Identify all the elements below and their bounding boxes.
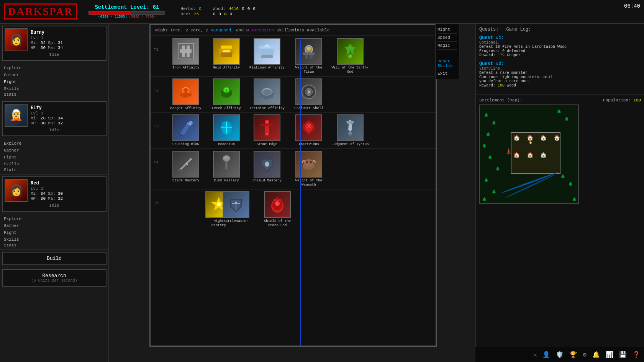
build-section[interactable]: Build: [2, 252, 107, 265]
svg-point-65: [310, 161, 312, 163]
map-building-6: 🏠: [527, 152, 533, 158]
skill-shield-stone-god[interactable]: Shield of the Stone-God: [258, 191, 297, 228]
tier4-left-skills: Blade Mastery Club Mastery: [167, 151, 286, 187]
icon-chart[interactable]: 📊: [606, 351, 613, 359]
research-sub: (6 units per second): [6, 279, 103, 283]
nav-fight-2[interactable]: Fight: [2, 154, 107, 161]
map-section: Settlement (map): Population: 100 🌲 🌲 🌲 …: [476, 95, 644, 207]
badger-affinity-name: Badger Affinity: [170, 106, 201, 111]
skill-tortoise-affinity[interactable]: Tortoise Affinity: [248, 78, 286, 111]
gold-affinity-icon: [213, 38, 240, 65]
skill-club-mastery[interactable]: Club Mastery: [208, 151, 245, 187]
skill-weight-mammoth[interactable]: Weight of the Mammoth: [290, 151, 328, 187]
svg-point-22: [223, 90, 226, 92]
skill-crushing-blow[interactable]: Crushing Blow: [167, 114, 205, 147]
char-level-red: Lvl 1: [31, 186, 63, 191]
battlemaster-icon: [223, 191, 249, 218]
icon-gear[interactable]: ⚙️: [583, 351, 587, 359]
icon-sword[interactable]: ⚔️: [533, 351, 537, 359]
svg-point-26: [263, 90, 271, 95]
speed-tab[interactable]: Speed: [438, 34, 457, 42]
nav-explore-1[interactable]: Explore: [2, 65, 107, 72]
skill-leech-affinity[interactable]: Leech Affinity: [208, 78, 245, 111]
judgment-tyrrus-name: Judgment of Tyrrus: [331, 142, 369, 147]
map-building-3: 🏠: [540, 135, 547, 141]
might-tab[interactable]: Might: [438, 26, 457, 34]
quest1-reward-type: Copper: [507, 53, 521, 57]
icon-help[interactable]: ❓: [633, 351, 640, 359]
ore-sub4: 0: [230, 12, 233, 16]
judgment-tyrrus-icon: [337, 114, 364, 141]
svg-point-36: [189, 121, 193, 125]
sidebar-spacer: [438, 50, 457, 57]
sp-val-burny: 31: [58, 41, 63, 45]
xp2-display: (3880 / 7000): [129, 15, 156, 19]
battlemaster-name: Battlemaster: [224, 219, 249, 223]
skill-shield-mastery[interactable]: Shield Mastery: [248, 151, 286, 187]
svg-rect-63: [312, 168, 315, 172]
char-level-burny: Lvl 1: [31, 36, 63, 40]
magic-tab[interactable]: Magic: [438, 42, 457, 50]
skill-impervious[interactable]: Impervious: [290, 114, 328, 147]
tier4-right-skills: Weight of the Mammoth: [290, 151, 328, 187]
nav-explore-3[interactable]: Explore: [2, 215, 107, 222]
research-section[interactable]: Research (6 units per second): [2, 269, 107, 287]
icon-bell[interactable]: 🔔: [592, 351, 600, 359]
tier5-left-skills: Might Mastery: [167, 191, 213, 228]
skill-weight-titan[interactable]: Weight of the Titan: [290, 38, 328, 74]
svg-rect-2: [182, 46, 185, 57]
gamelog-label[interactable]: Game Log:: [506, 27, 531, 32]
quest1-progress-val: 0 defeated: [502, 49, 525, 53]
ma-val-red: 32: [58, 196, 63, 201]
char-level-elfy: Lvl 1: [31, 111, 63, 116]
char-stats-burny: Burny Lvl 1 Mi: 32 Sp: 31 HP: 30 Ma: 34: [31, 30, 63, 50]
ma-val-burny: 34: [58, 46, 63, 50]
impervious-icon: [295, 114, 322, 141]
quest2-type: Storyline.: [479, 67, 641, 71]
nav-gather-3[interactable]: Gather: [2, 222, 107, 229]
armor-edge-icon: [254, 114, 280, 141]
map-tree-4: 🌲: [482, 143, 487, 148]
map-building-1: 🏠: [513, 135, 520, 141]
weight-mammoth-icon: [295, 151, 322, 178]
skill-blade-mastery[interactable]: Blade Mastery: [167, 151, 205, 187]
map-header: Settlement (map): Population: 100: [479, 98, 641, 103]
map-tree-2: 🌲: [492, 121, 496, 125]
nav-explore-2[interactable]: Explore: [2, 140, 107, 147]
weight-titan-name: Weight of the Titan: [290, 66, 328, 74]
nav-fight-3[interactable]: Fight: [2, 229, 107, 236]
stats-label-1: Stats: [2, 91, 18, 98]
map-tree-5: 🌲: [488, 155, 492, 160]
svg-rect-13: [303, 52, 315, 55]
quest1-type: Optional.: [479, 41, 641, 45]
skill-badger-affinity[interactable]: Badger Affinity: [167, 78, 205, 111]
logo: DARKSPAR: [4, 3, 77, 20]
skill-will-earth[interactable]: Will of the Earth-God: [331, 38, 369, 74]
skill-stalwart-shell[interactable]: Stalwart Shell: [290, 78, 328, 111]
reset-skills-link[interactable]: Reset Skills: [438, 57, 457, 70]
resources: Herbs: 0 Ore: 25 Wood: 4416 0 0 0 0 0 0 …: [180, 7, 255, 16]
skill-panel: Might Tree. 2 Core, 2 Vanguard, and 0 As…: [149, 24, 437, 347]
research-title: Research: [6, 273, 103, 279]
nav-section-2: Explore Gather Fight Skills Stats: [0, 138, 108, 174]
nav-gather-1[interactable]: Gather: [2, 72, 107, 78]
tier1-right-skills: Weight of the Titan Will of the Earth-Go…: [290, 38, 369, 74]
shield-stone-god-icon: [264, 191, 291, 218]
exit-link[interactable]: Exit: [438, 70, 457, 77]
skill-platinum-affinity[interactable]: Platinum Affinity: [248, 38, 286, 74]
tier3-row: T3 Crushing Blow: [151, 112, 436, 148]
skill-gold-affinity[interactable]: Gold Affinity: [208, 38, 245, 74]
skill-battlemaster[interactable]: Battlemaster: [217, 191, 255, 228]
icon-save[interactable]: 💾: [619, 351, 627, 359]
skill-armor-edge[interactable]: Armor Edge: [248, 114, 286, 147]
skill-momentum[interactable]: Momentum: [208, 114, 245, 147]
nav-gather-2[interactable]: Gather: [2, 147, 107, 154]
skill-iron-affinity[interactable]: Iron Affinity: [167, 38, 205, 74]
hp-label-burny: HP:: [31, 46, 38, 50]
tier4-label: T4: [154, 151, 167, 187]
skill-judgment-tyrrus[interactable]: Judgment of Tyrrus: [331, 114, 369, 147]
icon-person[interactable]: 👤: [542, 351, 550, 359]
icon-trophy[interactable]: 🏆: [569, 351, 577, 359]
icon-shield-bottom[interactable]: 🛡️: [556, 351, 564, 359]
nav-fight-1[interactable]: Fight: [2, 78, 107, 85]
